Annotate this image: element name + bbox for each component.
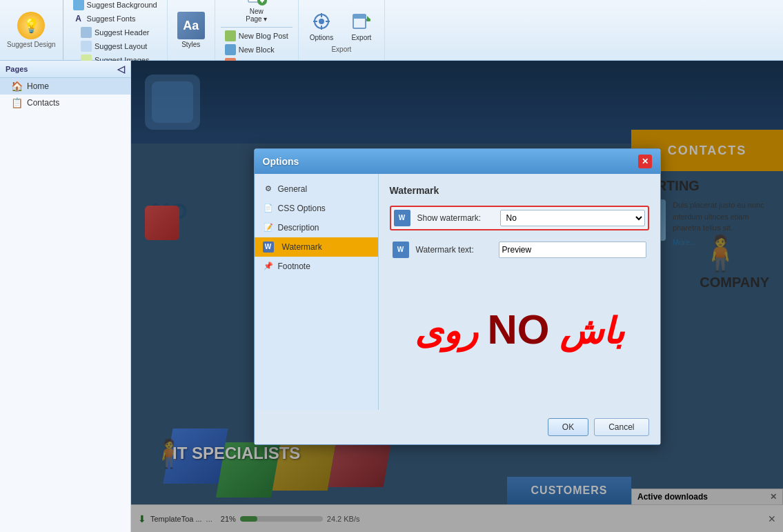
suggest-header-icon — [81, 27, 92, 38]
modal-body: ⚙ General 📄 CSS Options 📝 Description W … — [255, 174, 660, 410]
styles-label: Styles — [181, 41, 200, 48]
options-icon — [310, 10, 333, 32]
svg-rect-14 — [353, 14, 366, 19]
watermark-text-field: W Watermark text: — [390, 239, 649, 261]
description-icon: 📝 — [263, 222, 274, 233]
new-page-label: NewPage ▾ — [246, 8, 267, 23]
modal-section-title: Watermark — [390, 185, 649, 196]
watermark-text-input[interactable] — [499, 242, 646, 258]
show-watermark-icon: W — [394, 210, 410, 226]
options-export-btns: Options Export — [304, 8, 379, 44]
options-export-section: Options Export Export — [299, 0, 385, 60]
modal-title: Options — [263, 156, 299, 167]
svg-rect-6 — [261, 0, 263, 3]
export-section-label: Export — [331, 46, 351, 53]
new-blog-post-icon — [225, 30, 236, 41]
svg-point-8 — [319, 19, 324, 24]
modal-main-content: Watermark W Show watermark: No — [379, 174, 660, 410]
suggest-design-section[interactable]: 💡 Suggest Design — [0, 0, 63, 60]
modal-titlebar: Options ✕ — [255, 149, 660, 174]
watermark-display-text: روی NO باش — [415, 306, 624, 353]
styles-btn[interactable]: Aa Styles — [173, 9, 209, 51]
new-blog-post-btn[interactable]: New Blog Post — [221, 29, 293, 43]
options-btn[interactable]: Options — [304, 8, 339, 44]
suggest-design-icon: 💡 — [17, 12, 45, 39]
show-watermark-row: W Show watermark: No — [390, 206, 649, 230]
watermark-text-icon: W — [393, 242, 409, 258]
export-btn[interactable]: Export — [344, 8, 379, 44]
export-icon — [350, 10, 373, 32]
sidebar-item-contacts[interactable]: 📋 Contacts — [0, 95, 130, 111]
watermark-text-label: Watermark text: — [416, 245, 492, 255]
suggest-design-label: Suggest Design — [7, 41, 56, 48]
svg-rect-15 — [366, 19, 370, 21]
options-modal: Options ✕ ⚙ General 📄 CSS Options 📝 — [254, 148, 661, 445]
suggest-fonts-icon: A — [73, 13, 84, 24]
show-watermark-label: Show watermark: — [417, 213, 493, 223]
suggest-background-btn[interactable]: Suggest Background — [69, 0, 161, 12]
modal-sidebar-watermark[interactable]: W Watermark — [255, 237, 378, 257]
export-label: Export — [351, 34, 371, 41]
show-watermark-select[interactable]: No — [500, 210, 645, 226]
general-icon: ⚙ — [263, 184, 274, 195]
modal-close-btn[interactable]: ✕ — [638, 155, 652, 168]
suggest-bg-icon — [73, 0, 84, 10]
show-watermark-field: W Show watermark: No — [390, 206, 649, 230]
new-page-btn[interactable]: NewPage ▾ — [239, 0, 274, 26]
suggest-layout-btn[interactable]: Suggest Layout — [77, 39, 154, 53]
suggest-layout-icon — [81, 41, 92, 52]
suggest-header-btn[interactable]: Suggest Header — [77, 26, 154, 39]
design-ideas-section: Suggest Colors Suggest Background A Sugg… — [63, 0, 168, 60]
new-block-icon — [225, 44, 236, 55]
modal-sidebar-footnote[interactable]: 📌 Footnote — [255, 257, 378, 276]
options-label: Options — [310, 34, 333, 41]
modal-cancel-btn[interactable]: Cancel — [594, 418, 648, 436]
home-icon: 🏠 — [11, 81, 23, 92]
design-ideas-buttons: Suggest Colors Suggest Background A Sugg… — [69, 0, 161, 26]
modal-ok-btn[interactable]: OK — [548, 418, 588, 436]
modal-sidebar-general[interactable]: ⚙ General — [255, 179, 378, 199]
styles-section: Aa Styles — [168, 0, 215, 60]
modal-sidebar: ⚙ General 📄 CSS Options 📝 Description W … — [255, 174, 379, 410]
toolbar: 💡 Suggest Design Suggest Colors Suggest … — [0, 0, 783, 61]
suggest-fonts-btn[interactable]: A Suggest Fonts — [69, 12, 161, 26]
footnote-icon: 📌 — [263, 261, 274, 272]
modal-footer: OK Cancel — [255, 410, 660, 444]
new-block-btn[interactable]: New Block — [221, 43, 293, 57]
main-area: MO CONTACTS REPORTING — [131, 61, 783, 532]
sidebar-item-home[interactable]: 🏠 Home — [0, 78, 130, 95]
modal-sidebar-css[interactable]: 📄 CSS Options — [255, 199, 378, 218]
modal-sidebar-description[interactable]: 📝 Description — [255, 218, 378, 237]
new-page-section: NewPage ▾ New Blog Post New Block Delete… — [215, 0, 299, 60]
css-icon: 📄 — [263, 203, 274, 214]
watermark-icon: W — [263, 242, 274, 253]
contacts-icon: 📋 — [11, 97, 23, 108]
watermark-text-row: W Watermark text: — [390, 239, 649, 261]
left-panel-header: Pages ◁ — [0, 61, 130, 78]
styles-icon: Aa — [177, 12, 205, 39]
watermark-preview: روی NO باش — [390, 275, 649, 385]
modal-overlay: Options ✕ ⚙ General 📄 CSS Options 📝 — [131, 61, 783, 532]
panel-collapse-btn[interactable]: ◁ — [117, 63, 125, 75]
left-panel: Pages ◁ 🏠 Home 📋 Contacts — [0, 61, 131, 532]
new-page-icon — [246, 0, 268, 6]
